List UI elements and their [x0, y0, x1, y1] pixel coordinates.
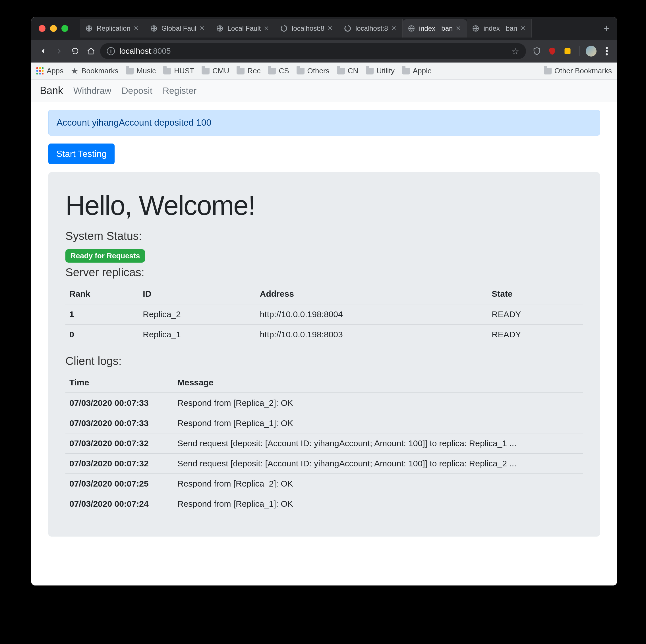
apps-shortcut[interactable]: Apps — [36, 67, 64, 75]
viewport[interactable]: Bank Withdraw Deposit Register Account y… — [31, 80, 617, 586]
reload-button[interactable] — [68, 44, 82, 58]
server-replicas-label: Server replicas: — [66, 266, 583, 279]
bookmark-label: CN — [348, 67, 358, 75]
nav-deposit[interactable]: Deposit — [121, 86, 152, 96]
cell-time: 07/03/2020 00:07:33 — [66, 393, 174, 413]
table-row: 07/03/2020 00:07:25Respond from [Replica… — [66, 474, 583, 494]
new-tab-button[interactable]: + — [600, 21, 614, 35]
cell-message: Send request [deposit: [Account ID: yiha… — [174, 433, 583, 454]
close-window-button[interactable] — [39, 25, 45, 32]
bookmark-folder[interactable]: Rec — [236, 67, 260, 75]
close-tab-button[interactable] — [327, 25, 335, 32]
globe-icon — [85, 25, 93, 32]
alert-banner: Account yihangAccount deposited 100 — [48, 110, 600, 136]
table-row: 07/03/2020 00:07:32Send request [deposit… — [66, 433, 583, 454]
tab-title: Global Fault — [162, 24, 197, 32]
toolbar: i localhost:8005 ☆ — [31, 40, 617, 62]
bookmark-folder[interactable]: Utility — [366, 67, 395, 75]
browser-tab[interactable]: Replication — [80, 19, 145, 37]
forward-button[interactable] — [52, 44, 66, 58]
other-bookmarks[interactable]: Other Bookmarks — [544, 67, 612, 75]
folder-icon — [297, 68, 305, 75]
tab-title: localhost:8 — [292, 24, 324, 32]
cell-message: Respond from [Replica_2]: OK — [174, 393, 583, 413]
nav-register[interactable]: Register — [163, 86, 197, 96]
bookmark-folder[interactable]: CMU — [202, 67, 229, 75]
replicas-table: Rank ID Address State 1Replica_2http://1… — [66, 284, 583, 345]
bookmark-folder[interactable]: CN — [337, 67, 358, 75]
cell-time: 07/03/2020 00:07:32 — [66, 454, 174, 474]
cell-state: READY — [488, 304, 583, 325]
bookmark-label: Apple — [413, 67, 432, 75]
browser-tab[interactable]: Global Fault — [145, 19, 211, 37]
close-tab-button[interactable] — [455, 25, 463, 32]
browser-tab[interactable]: localhost:8 — [275, 19, 339, 37]
cell-time: 07/03/2020 00:07:32 — [66, 433, 174, 454]
cell-time: 07/03/2020 00:07:24 — [66, 494, 174, 514]
close-tab-button[interactable] — [263, 25, 271, 32]
col-address: Address — [256, 284, 488, 304]
bookmark-folder[interactable]: CS — [268, 67, 289, 75]
browser-tab[interactable]: index - ban — [403, 19, 467, 37]
col-message: Message — [174, 373, 583, 393]
svg-point-7 — [606, 50, 608, 52]
table-row: 07/03/2020 00:07:33Respond from [Replica… — [66, 393, 583, 413]
bookmark-label: Music — [136, 67, 156, 75]
loading-spinner-icon — [280, 25, 288, 32]
main-container: Account yihangAccount deposited 100 Star… — [31, 102, 617, 544]
folder-icon — [268, 68, 276, 75]
bookmark-label: Apps — [46, 67, 64, 75]
browser-tab[interactable]: index - ban — [467, 19, 532, 37]
globe-icon — [216, 25, 223, 32]
browser-menu-button[interactable] — [602, 46, 612, 56]
tab-title: Replication — [97, 24, 130, 32]
browser-tab[interactable]: localhost:8 — [339, 19, 403, 37]
status-badge: Ready for Requests — [66, 249, 145, 263]
cell-address: http://10.0.0.198:8003 — [256, 325, 488, 345]
maximize-window-button[interactable] — [62, 25, 68, 32]
home-button[interactable] — [84, 44, 98, 58]
back-button[interactable] — [36, 44, 50, 58]
globe-icon — [472, 25, 479, 32]
url-port: :8005 — [151, 46, 171, 56]
globe-icon — [408, 25, 415, 32]
table-row: 07/03/2020 00:07:32Send request [deposit… — [66, 454, 583, 474]
close-tab-button[interactable] — [133, 25, 141, 32]
tab-title: Local Fault — [227, 24, 261, 32]
profile-avatar[interactable] — [586, 46, 597, 56]
site-info-icon[interactable]: i — [107, 47, 115, 55]
col-state: State — [488, 284, 583, 304]
col-time: Time — [66, 373, 174, 393]
browser-tab[interactable]: Local Fault — [211, 19, 275, 37]
cell-message: Respond from [Replica_2]: OK — [174, 474, 583, 494]
close-tab-button[interactable] — [199, 25, 207, 32]
nav-withdraw[interactable]: Withdraw — [73, 86, 111, 96]
svg-point-6 — [606, 47, 608, 49]
minimize-window-button[interactable] — [50, 25, 57, 32]
folder-icon — [202, 68, 210, 75]
brand[interactable]: Bank — [40, 85, 63, 97]
bookmark-folder[interactable]: HUST — [163, 67, 194, 75]
extension-ublock-icon[interactable] — [547, 46, 557, 56]
cell-id: Replica_1 — [139, 325, 255, 345]
bookmark-star-icon[interactable]: ☆ — [512, 46, 519, 56]
bookmark-label: Others — [307, 67, 330, 75]
start-testing-button[interactable]: Start Testing — [48, 143, 115, 164]
site-navbar: Bank Withdraw Deposit Register — [31, 80, 617, 102]
cell-address: http://10.0.0.198:8004 — [256, 304, 488, 325]
extension-shield-icon[interactable] — [532, 46, 542, 56]
bookmark-item[interactable]: ★Bookmarks — [71, 66, 118, 76]
bookmark-folder[interactable]: Apple — [402, 67, 432, 75]
titlebar: ReplicationGlobal FaultLocal Faultlocalh… — [31, 17, 617, 40]
cell-message: Respond from [Replica_1]: OK — [174, 494, 583, 514]
cell-time: 07/03/2020 00:07:33 — [66, 413, 174, 433]
bookmark-folder[interactable]: Music — [126, 67, 156, 75]
extension-note-icon[interactable] — [562, 46, 573, 56]
address-bar[interactable]: i localhost:8005 ☆ — [100, 43, 526, 59]
close-tab-button[interactable] — [391, 25, 398, 32]
bookmarks-bar: Apps ★Bookmarks Music HUST CMU Rec CS Ot… — [31, 62, 617, 80]
bookmark-folder[interactable]: Others — [297, 67, 330, 75]
close-tab-button[interactable] — [520, 25, 527, 32]
alert-text: Account yihangAccount deposited 100 — [57, 117, 211, 128]
jumbo-heading: Hello, Welcome! — [66, 190, 583, 221]
